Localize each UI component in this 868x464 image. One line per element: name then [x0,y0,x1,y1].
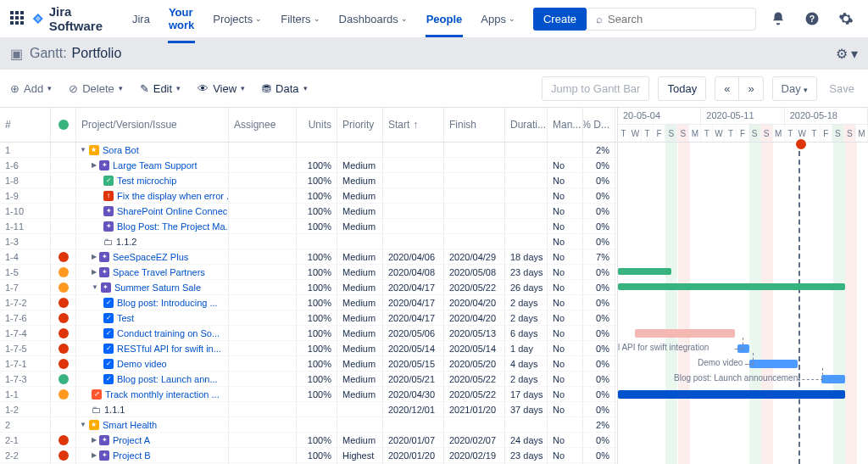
table-row[interactable]: 1-7-2✓Blog post: Introducing ...100%Medi… [0,295,617,310]
calendar-day: F [821,125,832,142]
nav-filters[interactable]: Filters⌄ [273,6,327,32]
table-row[interactable]: 1-7-3✓Blog post: Launch ann...100%Medium… [0,372,617,387]
issue-type-icon: ✦ [99,450,109,461]
app-switcher-icon[interactable] [10,11,24,26]
timeline-next-button[interactable]: » [739,77,762,100]
nav-jira[interactable]: Jira [125,6,158,32]
table-row[interactable]: 1-5▶✦Space Travel Partners100%Medium2020… [0,265,617,280]
expand-toggle-icon[interactable]: ▶ [92,436,97,444]
today-button[interactable]: Today [658,76,706,101]
issue-name[interactable]: Space Travel Partners [113,267,205,277]
table-row[interactable]: 1-11✦Blog Post: The Project Ma...100%Med… [0,219,617,234]
table-row[interactable]: 2-2▶✦Project B100%Highest2020/01/202020/… [0,448,617,463]
save-button[interactable]: Save [826,82,858,95]
nav-your-work[interactable]: Your work [161,0,202,38]
timeline-prev-button[interactable]: « [715,77,739,100]
issue-name[interactable]: RESTful API for swift in... [117,344,221,354]
issue-name[interactable]: Blog post: Introducing ... [117,298,218,308]
col-status[interactable] [51,108,76,142]
issue-name[interactable]: Test microchip [117,176,176,186]
table-row[interactable]: 1-7▼✦Summer Saturn Sale100%Medium2020/04… [0,280,617,295]
edit-button[interactable]: ✎Edit▾ [140,82,181,95]
issue-name[interactable]: Fix the display when error ... [117,191,229,201]
gantt-bar[interactable] [749,360,798,368]
table-row[interactable]: 1-7-5✓RESTful API for swift in...100%Med… [0,341,617,356]
search-input[interactable] [608,13,747,25]
nav-people[interactable]: People [419,6,470,32]
issue-type-icon: ✦ [103,206,114,216]
issue-name[interactable]: Project A [113,435,150,445]
table-row[interactable]: 1-3🗀1.1.2No0% [0,234,617,249]
expand-toggle-icon[interactable]: ▼ [92,283,98,291]
data-button[interactable]: ⛃Data▾ [262,82,307,95]
issue-name[interactable]: Test [117,313,134,323]
col-duration[interactable]: Durati... [505,108,548,142]
table-row[interactable]: 1-6▶✦Large Team Support100%MediumNo0% [0,158,617,173]
table-row[interactable]: 2-1▶✦Project A100%Medium2020/01/072020/0… [0,433,617,448]
col-done[interactable]: % D... [583,108,615,142]
col-assignee[interactable]: Assignee [229,108,297,142]
issue-name[interactable]: Project B [113,450,151,461]
nav-projects[interactable]: Projects⌄ [205,6,270,32]
table-row[interactable]: 2▼★Smart Health2% [0,417,617,433]
gantt-bar[interactable] [635,329,735,338]
view-button[interactable]: 👁View▾ [198,82,245,95]
chevron-down-icon: ⌄ [314,14,320,23]
issue-name[interactable]: 1.1.1 [104,405,125,415]
create-button[interactable]: Create [533,8,587,31]
expand-toggle-icon[interactable]: ▼ [80,146,86,154]
nav-dashboards[interactable]: Dashboards⌄ [331,6,415,32]
gantt-bar[interactable] [618,390,845,399]
issue-name[interactable]: Track monthly interaction ... [105,389,220,400]
help-icon[interactable]: ? [800,7,824,31]
issue-name[interactable]: Summer Saturn Sale [114,282,201,293]
settings-icon[interactable] [834,7,858,31]
table-row[interactable]: 1-1⤢Track monthly interaction ...100%Med… [0,387,617,402]
issue-type-icon: ! [103,191,114,201]
issue-name[interactable]: Sora Bot [103,145,139,155]
expand-toggle-icon[interactable]: ▶ [92,268,97,276]
gantt-bar[interactable] [821,375,845,383]
issue-name[interactable]: 1.1.2 [116,237,136,247]
issue-name[interactable]: Demo video [117,359,167,369]
search-box[interactable]: ⌕ [587,8,756,31]
issue-name[interactable]: SharePoint Online Connec... [117,206,229,216]
scale-dropdown[interactable]: Day ▾ [772,76,818,101]
table-row[interactable]: 1▼★Sora Bot2% [0,143,617,158]
gantt-settings-icon[interactable]: ⚙ ▾ [836,46,858,62]
issue-name[interactable]: Large Team Support [113,160,197,171]
col-finish[interactable]: Finish [444,108,505,142]
table-row[interactable]: 1-7-1✓Demo video100%Medium2020/05/152020… [0,356,617,372]
col-project[interactable]: Project/Version/Issue [76,108,229,142]
jump-to-bar-button[interactable]: Jump to Gantt Bar [542,76,650,101]
issue-name[interactable]: Conduct training on So... [117,328,220,338]
table-row[interactable]: 1-7-6✓Test100%Medium2020/04/172020/04/20… [0,310,617,326]
table-row[interactable]: 1-9!Fix the display when error ...100%Me… [0,188,617,204]
gantt-bar[interactable] [618,283,845,290]
notifications-icon[interactable] [766,7,790,31]
issue-name[interactable]: Blog Post: The Project Ma... [117,221,229,232]
col-start[interactable]: Start ↑ [383,108,444,142]
expand-toggle-icon[interactable]: ▶ [92,253,97,260]
col-units[interactable]: Units [297,108,337,142]
table-row[interactable]: 1-2🗀1.1.12020/12/012021/01/2037 daysNo0% [0,402,617,417]
delete-button[interactable]: ⊘Delete▾ [69,82,123,95]
search-icon: ⌕ [596,13,603,25]
issue-name[interactable]: Smart Health [103,420,157,430]
table-row[interactable]: 1-7-4✓Conduct training on So...100%Mediu… [0,326,617,341]
expand-toggle-icon[interactable]: ▶ [92,161,97,169]
col-number[interactable]: # [0,108,51,142]
pencil-icon: ✎ [140,82,149,95]
nav-apps[interactable]: Apps⌄ [473,6,523,32]
table-row[interactable]: 1-10✦SharePoint Online Connec...100%Medi… [0,204,617,219]
gantt-bar[interactable] [618,268,671,275]
expand-toggle-icon[interactable]: ▼ [80,421,86,428]
col-priority[interactable]: Priority [337,108,383,142]
table-row[interactable]: 1-8✓Test microchip100%MediumNo0% [0,173,617,188]
issue-name[interactable]: Blog post: Launch ann... [117,374,218,384]
add-button[interactable]: ⊕Add▾ [10,82,52,95]
issue-name[interactable]: SeeSpaceEZ Plus [113,252,188,262]
col-manual[interactable]: Man... [548,108,583,142]
table-row[interactable]: 1-4▶✦SeeSpaceEZ Plus100%Medium2020/04/06… [0,249,617,265]
expand-toggle-icon[interactable]: ▶ [92,451,97,459]
